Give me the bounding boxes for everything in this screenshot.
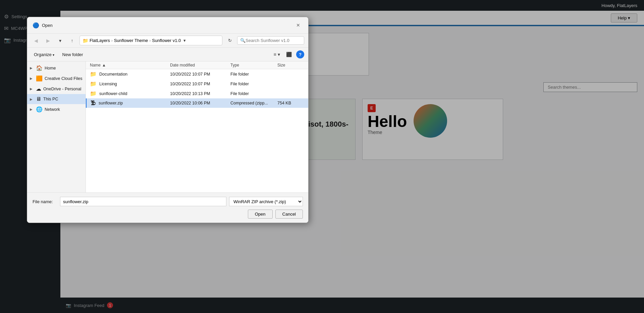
file-date-documentation: 10/20/2022 10:07 PM	[170, 72, 230, 77]
file-date-sunflower-zip: 10/20/2022 10:06 PM	[170, 101, 230, 105]
help-icon-button[interactable]: ?	[296, 50, 304, 58]
file-name-label-sunflower-child: sunflower-child	[99, 91, 127, 96]
zip-icon-sunflower: 🗜	[91, 100, 96, 106]
sidebar-item-network[interactable]: ▶ 🌐 Network	[27, 104, 86, 115]
onedrive-icon: ☁	[36, 86, 41, 92]
od-label: OneDrive - Personal	[43, 87, 81, 91]
col-header-type[interactable]: Type	[230, 63, 277, 68]
folder-icon-sunflower-child: 📁	[90, 90, 97, 97]
dialog-buttons: Open Cancel	[33, 210, 303, 219]
file-type-sunflower-zip: Compressed (zipp...	[230, 101, 277, 105]
dialog-bottom: File name: WinRAR ZIP archive (*.zip) Op…	[27, 192, 308, 223]
breadcrumb-segment-1: FlatLayers	[90, 38, 110, 43]
file-name-label-licensing: Licensing	[99, 82, 117, 86]
dialog-titlebar: 🔵 Open ✕	[27, 17, 308, 34]
breadcrumb-bar: 📁 FlatLayers › Sunflower Theme › Sunflow…	[79, 36, 222, 45]
folder-icon-documentation: 📁	[90, 71, 97, 77]
file-name-label-text: File name:	[33, 199, 56, 204]
file-type-sunflower-child: File folder	[230, 91, 277, 96]
file-row-licensing[interactable]: 📁 Licensing 10/20/2022 10:07 PM File fol…	[86, 79, 308, 89]
file-name-licensing: 📁 Licensing	[90, 81, 170, 87]
dialog-body: ▶ 🏠 Home ▶ 🟧 Creative Cloud Files ▶ ☁ On…	[27, 61, 308, 192]
col-date-label: Date modified	[170, 63, 195, 68]
file-row-documentation[interactable]: 📁 Documentation 10/20/2022 10:07 PM File…	[86, 69, 308, 79]
dialog-left-sidebar: ▶ 🏠 Home ▶ 🟧 Creative Cloud Files ▶ ☁ On…	[27, 61, 86, 192]
col-header-size[interactable]: Size	[277, 63, 304, 68]
search-icon: 🔍	[240, 38, 246, 43]
dropdown-button[interactable]: ▾	[55, 36, 65, 45]
sidebar-item-creative-cloud[interactable]: ▶ 🟧 Creative Cloud Files	[27, 73, 86, 84]
col-size-label: Size	[277, 63, 285, 68]
col-type-label: Type	[230, 63, 239, 68]
col-name-label: Name	[90, 63, 101, 68]
file-name-sunflower-child: 📁 sunflower-child	[90, 90, 170, 97]
file-date-licensing: 10/20/2022 10:07 PM	[170, 82, 230, 86]
file-type-documentation: File folder	[230, 72, 277, 77]
file-size-sunflower-zip: 754 KB	[277, 101, 304, 105]
view-button[interactable]: ≡ ▾	[272, 50, 281, 59]
organize-button[interactable]: Organize	[31, 51, 57, 58]
dialog-close-button[interactable]: ✕	[293, 20, 303, 30]
pane-button[interactable]: ⬛	[284, 50, 293, 59]
breadcrumb-sep-2: ›	[149, 38, 151, 43]
network-icon: 🌐	[36, 106, 43, 113]
folder-icon-licensing: 📁	[90, 81, 97, 87]
file-name-input-group: WinRAR ZIP archive (*.zip)	[60, 197, 303, 206]
pc-arrow: ▶	[30, 97, 34, 101]
file-name-documentation: 📁 Documentation	[90, 71, 170, 77]
sidebar-item-onedrive[interactable]: ▶ ☁ OneDrive - Personal	[27, 84, 86, 94]
file-column-headers: Name ▲ Date modified Type Size	[86, 61, 308, 69]
pc-icon: 🖥	[36, 96, 41, 102]
col-header-date[interactable]: Date modified	[170, 63, 230, 68]
file-name-label-documentation: Documentation	[99, 72, 127, 77]
net-arrow: ▶	[30, 107, 34, 111]
dialog-title-text: Open	[42, 23, 53, 28]
sort-arrow: ▲	[102, 63, 106, 68]
cc-label: Creative Cloud Files	[45, 76, 83, 81]
file-open-dialog: 🔵 Open ✕ ◀ ▶ ▾ ↑ 📁 FlatLayers › Sunflowe…	[27, 17, 309, 223]
breadcrumb-dropdown-button[interactable]: ▾	[182, 37, 187, 44]
breadcrumb-segment-2: Sunflower Theme	[114, 38, 148, 43]
breadcrumb-segment-3: Sunflower v1.0	[152, 38, 181, 43]
sidebar-item-home[interactable]: ▶ 🏠 Home	[27, 63, 86, 73]
file-type-select[interactable]: WinRAR ZIP archive (*.zip)	[229, 197, 303, 206]
cc-icon: 🟧	[36, 75, 43, 82]
back-button[interactable]: ◀	[31, 36, 41, 45]
home-icon: 🏠	[36, 65, 43, 71]
dialog-files-area: Name ▲ Date modified Type Size 📁 Documen…	[86, 61, 308, 192]
new-folder-button[interactable]: New folder	[60, 51, 86, 58]
net-label: Network	[45, 107, 60, 112]
file-type-licensing: File folder	[230, 82, 277, 86]
dialog-title: 🔵 Open	[33, 22, 53, 29]
refresh-button[interactable]: ↻	[225, 36, 234, 45]
pc-label: This PC	[43, 97, 58, 101]
cc-arrow: ▶	[30, 77, 34, 80]
sidebar-item-this-pc[interactable]: ▶ 🖥 This PC	[27, 94, 86, 104]
home-label: Home	[45, 66, 56, 71]
file-date-sunflower-child: 10/20/2022 10:13 PM	[170, 91, 230, 96]
file-name-label-sunflower-zip: sunflower.zip	[99, 101, 123, 105]
col-header-name[interactable]: Name ▲	[90, 63, 170, 68]
dialog-nav-toolbar: ◀ ▶ ▾ ↑ 📁 FlatLayers › Sunflower Theme ›…	[27, 34, 308, 48]
breadcrumb-folder-icon: 📁	[83, 38, 88, 43]
file-name-sunflower-zip: 🗜 sunflower.zip	[91, 100, 170, 106]
od-arrow: ▶	[30, 87, 34, 91]
file-row-sunflower-zip[interactable]: 🗜 sunflower.zip 10/20/2022 10:06 PM Comp…	[86, 98, 308, 108]
up-button[interactable]: ↑	[67, 36, 77, 45]
breadcrumb-sep-1: ›	[111, 38, 113, 43]
dialog-action-toolbar: Organize New folder ≡ ▾ ⬛ ?	[27, 48, 308, 61]
search-bar: 🔍	[237, 36, 304, 45]
search-input[interactable]	[246, 38, 302, 43]
open-button[interactable]: Open	[248, 210, 273, 219]
file-name-row: File name: WinRAR ZIP archive (*.zip)	[33, 197, 303, 206]
chrome-icon: 🔵	[33, 22, 39, 29]
home-arrow: ▶	[30, 66, 34, 70]
file-name-input[interactable]	[60, 197, 226, 206]
file-row-sunflower-child[interactable]: 📁 sunflower-child 10/20/2022 10:13 PM Fi…	[86, 89, 308, 98]
cancel-button[interactable]: Cancel	[275, 210, 303, 219]
forward-button[interactable]: ▶	[43, 36, 53, 45]
